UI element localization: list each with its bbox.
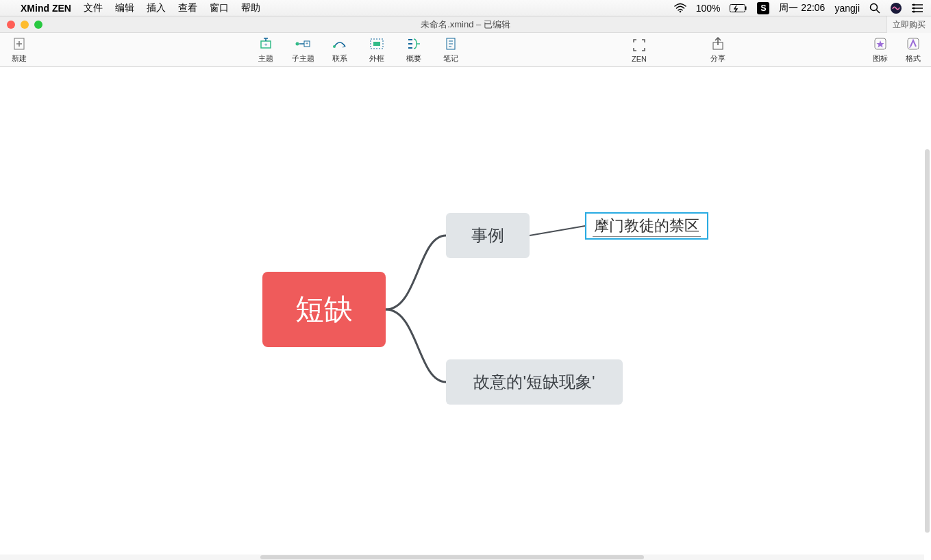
relationship-icon xyxy=(332,36,348,52)
mindmap-canvas[interactable]: 短缺 事例 故意的'短缺现象' 摩门教徒的禁区 xyxy=(0,67,931,555)
svg-point-0 xyxy=(679,10,681,12)
macos-menubar: XMind ZEN 文件 编辑 插入 查看 窗口 帮助 100% S 周一 22… xyxy=(0,0,931,16)
menu-insert[interactable]: 插入 xyxy=(147,2,166,14)
new-button[interactable]: 新建 xyxy=(7,36,32,64)
subtopic-node-2[interactable]: 故意的'短缺现象' xyxy=(446,359,623,405)
notes-button[interactable]: 笔记 xyxy=(438,36,463,64)
boundary-icon xyxy=(369,36,385,52)
menu-file[interactable]: 文件 xyxy=(84,2,103,14)
svg-point-10 xyxy=(913,7,915,9)
svg-text:+: + xyxy=(264,42,268,48)
iconset-label: 图标 xyxy=(873,53,888,64)
subtopic-label: 子主题 xyxy=(292,53,314,64)
svg-point-11 xyxy=(913,10,915,12)
format-icon xyxy=(905,36,921,52)
svg-point-19 xyxy=(296,42,299,46)
share-icon xyxy=(710,36,726,52)
svg-text:+: + xyxy=(306,41,308,46)
format-button[interactable]: 格式 xyxy=(901,36,926,64)
username[interactable]: yangji xyxy=(834,3,860,14)
horizontal-scrollbar[interactable] xyxy=(260,555,644,559)
topic-button[interactable]: + 主题 xyxy=(253,36,278,64)
svg-rect-25 xyxy=(373,42,380,46)
subtopic-button[interactable]: + 子主题 xyxy=(290,36,315,64)
summary-icon xyxy=(406,36,422,52)
menu-edit[interactable]: 编辑 xyxy=(115,2,134,14)
svg-point-23 xyxy=(333,45,336,48)
relationship-button[interactable]: 联系 xyxy=(327,36,352,64)
svg-point-9 xyxy=(913,3,915,5)
share-button[interactable]: 分享 xyxy=(706,36,730,64)
menu-help[interactable]: 帮助 xyxy=(241,2,260,14)
zen-icon xyxy=(631,37,647,53)
spotlight-icon[interactable] xyxy=(869,3,880,14)
svg-line-39 xyxy=(530,226,585,236)
new-icon xyxy=(11,36,27,52)
window-minimize-button[interactable] xyxy=(21,21,29,29)
subtopic-icon: + xyxy=(295,36,311,52)
window-close-button[interactable] xyxy=(7,21,15,29)
battery-icon[interactable] xyxy=(730,3,747,13)
format-label: 格式 xyxy=(906,53,921,64)
relationship-label: 联系 xyxy=(332,53,347,64)
buy-now-button[interactable]: 立即购买 xyxy=(886,16,931,33)
notes-label: 笔记 xyxy=(443,53,458,64)
share-label: 分享 xyxy=(710,53,725,64)
topic-icon: + xyxy=(258,36,274,52)
summary-button[interactable]: 概要 xyxy=(401,36,426,64)
app-name[interactable]: XMind ZEN xyxy=(21,3,71,14)
document-title: 未命名.xmind – 已编辑 xyxy=(421,18,510,31)
boundary-label: 外框 xyxy=(369,53,384,64)
toolbar: 新建 + 主题 + 子主题 联系 外框 xyxy=(0,33,931,67)
zen-label: ZEN xyxy=(632,55,647,63)
notification-center-icon[interactable] xyxy=(912,3,923,13)
editing-topic-node[interactable]: 摩门教徒的禁区 xyxy=(585,212,708,240)
subtopic-2-text: 故意的'短缺现象' xyxy=(473,371,595,393)
window-controls xyxy=(0,21,42,29)
boundary-button[interactable]: 外框 xyxy=(364,36,389,64)
menu-view[interactable]: 查看 xyxy=(178,2,197,14)
vertical-scrollbar[interactable] xyxy=(925,149,930,533)
sogou-input-icon[interactable]: S xyxy=(757,2,769,14)
window-titlebar: 未命名.xmind – 已编辑 立即购买 xyxy=(0,16,931,33)
zen-button[interactable]: ZEN xyxy=(627,37,651,63)
iconset-button[interactable]: 图标 xyxy=(868,36,893,64)
subtopic-node-1[interactable]: 事例 xyxy=(446,213,530,258)
iconset-icon xyxy=(872,36,889,52)
new-label: 新建 xyxy=(12,53,27,64)
window-maximize-button[interactable] xyxy=(34,21,42,29)
wifi-icon[interactable] xyxy=(674,3,686,13)
siri-icon[interactable] xyxy=(890,2,902,14)
menu-window[interactable]: 窗口 xyxy=(210,2,229,14)
subtopic-1-text: 事例 xyxy=(471,225,504,246)
central-topic-node[interactable]: 短缺 xyxy=(262,272,386,347)
central-topic-text: 短缺 xyxy=(295,290,353,329)
svg-marker-37 xyxy=(877,40,884,48)
datetime[interactable]: 周一 22:06 xyxy=(779,2,825,14)
topic-label: 主题 xyxy=(258,53,273,64)
connectors xyxy=(0,67,931,555)
summary-label: 概要 xyxy=(406,53,421,64)
svg-point-3 xyxy=(871,3,878,10)
svg-rect-2 xyxy=(745,6,747,10)
battery-percent: 100% xyxy=(696,3,721,14)
svg-line-4 xyxy=(877,10,880,13)
notes-icon xyxy=(443,36,459,52)
svg-rect-1 xyxy=(730,4,745,12)
editing-topic-text: 摩门教徒的禁区 xyxy=(593,216,701,237)
